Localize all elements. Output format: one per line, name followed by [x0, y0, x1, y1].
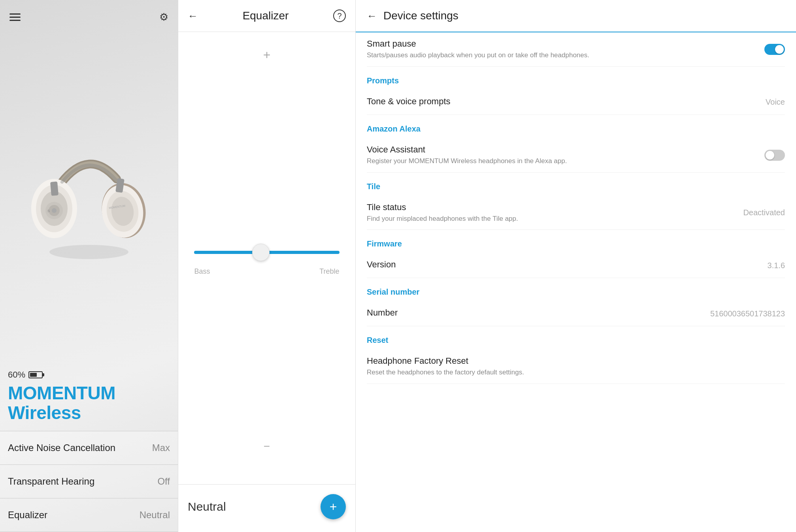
svg-rect-13 — [50, 182, 58, 196]
equalizer-back-button[interactable]: ← — [188, 11, 198, 21]
settings-row-desc-6-0: Reset the headphones to the factory defa… — [367, 368, 777, 377]
left-header: ⚙ — [0, 0, 178, 34]
toggle-thumb-2-0 — [766, 151, 774, 160]
settings-row-desc-3-0: Find your misplaced headphones with the … — [367, 214, 735, 224]
battery-row: 60% — [8, 370, 170, 380]
settings-row-title-6-0: Headphone Factory Reset — [367, 356, 777, 366]
equalizer-footer: Neutral + — [178, 484, 355, 532]
settings-row-title-1-0: Tone & voice prompts — [367, 96, 758, 107]
settings-row-title-3-0: Tile status — [367, 202, 735, 212]
fab-plus-icon: + — [330, 500, 337, 513]
settings-row-text-4-0: Version — [367, 259, 768, 271]
settings-row-text-1-0: Tone & voice prompts — [367, 96, 766, 108]
device-settings-title: Device settings — [383, 9, 458, 22]
settings-row-text-2-0: Voice AssistantRegister your MOMENTUM Wi… — [367, 145, 764, 166]
eq-slider-track-container — [194, 241, 339, 264]
settings-row-text-6-0: Headphone Factory ResetReset the headpho… — [367, 356, 785, 377]
settings-row-5-0: Number51600036501738123 — [367, 301, 785, 326]
menu-item-value-0: Max — [152, 442, 170, 453]
menu-item-label-0: Active Noise Cancellation — [8, 442, 115, 453]
settings-row-1-0: Tone & voice promptsVoice — [367, 90, 785, 115]
battery-percent: 60% — [8, 370, 25, 380]
menu-item-value-2: Neutral — [140, 509, 170, 521]
device-settings-header: ← Device settings — [356, 0, 796, 32]
settings-row-text-3-0: Tile statusFind your misplaced headphone… — [367, 202, 743, 224]
settings-row-text-0-0: Smart pauseStarts/pauses audio playback … — [367, 39, 764, 60]
left-panel: ⚙ S — [0, 0, 178, 532]
settings-row-desc-0-0: Starts/pauses audio playback when you pu… — [367, 51, 756, 60]
menu-item-2[interactable]: Equalizer Neutral — [0, 498, 178, 532]
device-settings-back-button[interactable]: ← — [367, 11, 377, 21]
menu-item-0[interactable]: Active Noise Cancellation Max — [0, 431, 178, 465]
section-label-3: Tile — [367, 182, 785, 191]
section-label-5: Serial number — [367, 288, 785, 297]
settings-row-desc-2-0: Register your MOMENTUM Wireless headphon… — [367, 156, 756, 166]
svg-point-8 — [52, 208, 57, 213]
settings-row-title-0-0: Smart pause — [367, 39, 756, 49]
settings-row-3-0: Tile statusFind your misplaced headphone… — [367, 196, 785, 230]
eq-bass-label: Bass — [194, 267, 210, 276]
equalizer-content: + Bass Treble − — [178, 32, 355, 484]
settings-row-2-0[interactable]: Voice AssistantRegister your MOMENTUM Wi… — [367, 138, 785, 173]
middle-panel: ← Equalizer ? + Bass Treble − Neutral + — [178, 0, 356, 532]
menu-item-value-1: Off — [157, 476, 170, 487]
device-name: MOMENTUM Wireless — [8, 383, 170, 423]
settings-row-value-1-0: Voice — [766, 98, 785, 107]
settings-row-title-5-0: Number — [367, 308, 702, 318]
settings-row-title-2-0: Voice Assistant — [367, 145, 756, 155]
menu-item-label-1: Transparent Hearing — [8, 476, 94, 487]
menu-list: Active Noise Cancellation Max Transparen… — [0, 431, 178, 532]
settings-row-value-5-0: 51600036501738123 — [710, 309, 785, 318]
settings-row-4-0: Version3.1.6 — [367, 253, 785, 278]
toggle-2-0[interactable] — [764, 150, 785, 161]
hamburger-icon[interactable] — [9, 13, 21, 21]
toggle-0-0[interactable] — [764, 44, 785, 55]
help-icon[interactable]: ? — [333, 9, 346, 22]
headphone-image: S MOMENTUM — [0, 34, 178, 363]
toggle-thumb-0-0 — [775, 45, 784, 54]
settings-row-value-3-0: Deactivated — [743, 208, 785, 217]
section-label-6: Reset — [367, 336, 785, 345]
eq-slider-area: Bass Treble — [186, 40, 347, 476]
device-info: 60% MOMENTUM Wireless — [0, 363, 178, 431]
gear-icon[interactable]: ⚙ — [159, 11, 168, 23]
section-label-1: Prompts — [367, 76, 785, 85]
section-label-2: Amazon Alexa — [367, 124, 785, 133]
equalizer-header: ← Equalizer ? — [178, 0, 355, 32]
menu-item-1[interactable]: Transparent Hearing Off — [0, 465, 178, 498]
eq-preset-name: Neutral — [188, 500, 226, 513]
eq-treble-label: Treble — [319, 267, 339, 276]
settings-row-text-5-0: Number — [367, 308, 710, 320]
settings-row-6-0: Headphone Factory ResetReset the headpho… — [367, 350, 785, 384]
battery-icon — [28, 371, 43, 378]
device-settings-content: Smart pauseStarts/pauses audio playback … — [356, 32, 796, 532]
svg-point-0 — [49, 245, 128, 259]
settings-row-0-0[interactable]: Smart pauseStarts/pauses audio playback … — [367, 32, 785, 67]
eq-track — [194, 251, 339, 254]
eq-labels: Bass Treble — [194, 267, 339, 276]
settings-row-title-4-0: Version — [367, 259, 760, 270]
section-label-4: Firmware — [367, 239, 785, 248]
menu-item-label-2: Equalizer — [8, 509, 47, 521]
eq-minus-bottom-icon[interactable]: − — [264, 440, 270, 453]
eq-add-fab-button[interactable]: + — [321, 494, 346, 519]
eq-plus-top-icon[interactable]: + — [263, 48, 271, 62]
equalizer-title: Equalizer — [243, 9, 289, 22]
svg-text:S: S — [47, 209, 50, 213]
right-panel: ← Device settings Smart pauseStarts/paus… — [356, 0, 796, 532]
eq-slider-thumb[interactable] — [252, 244, 270, 261]
settings-row-value-4-0: 3.1.6 — [768, 261, 785, 270]
